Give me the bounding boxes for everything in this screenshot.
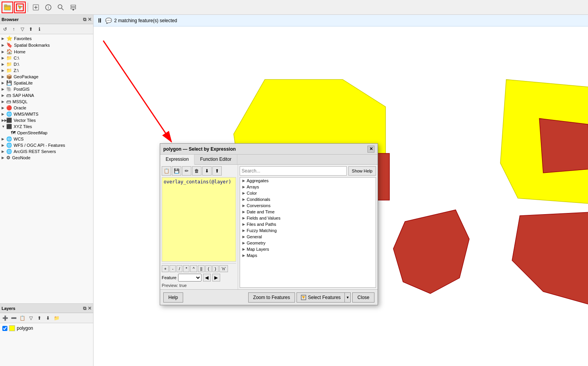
expr-export-btn[interactable]: ⬆ xyxy=(212,166,222,176)
select-features-button[interactable]: Select Features xyxy=(297,292,344,303)
tree-spatialite[interactable]: ▶💾SpatiaLite xyxy=(0,80,93,86)
tree-wfs[interactable]: ▶🌐WFS / OGC API - Features xyxy=(0,142,93,148)
browser-filter-btn[interactable]: ▽ xyxy=(18,25,26,33)
op-minus[interactable]: - xyxy=(170,265,176,272)
tree-oracle[interactable]: ▶🔴Oracle xyxy=(0,105,93,111)
browser-float-btn[interactable]: ⧉ xyxy=(83,17,87,22)
tools-button[interactable] xyxy=(67,2,79,13)
expr-save-btn[interactable]: 💾 xyxy=(172,166,181,176)
tree-sap-hana[interactable]: ▶🗃SAP HANA xyxy=(0,92,93,99)
layers-close-btn[interactable]: ✕ xyxy=(88,306,92,311)
op-open-paren[interactable]: ( xyxy=(205,265,212,272)
func-group-map-layers[interactable]: ▶ Map Layers xyxy=(240,246,376,252)
func-group-conditionals[interactable]: ▶ Conditionals xyxy=(240,196,376,202)
layers-tree: polygon xyxy=(0,323,93,366)
op-caret[interactable]: ^ xyxy=(190,265,197,272)
func-group-fuzzy[interactable]: ▶ Fuzzy Matching xyxy=(240,227,376,234)
identify-button[interactable]: i xyxy=(42,2,54,13)
func-group-general[interactable]: ▶ General xyxy=(240,234,376,240)
feature-prev-btn[interactable]: ◀ xyxy=(203,274,211,282)
expr-edit-btn[interactable]: ✏ xyxy=(182,166,191,176)
tree-arcgis-rest[interactable]: ▶🌐ArcGIS REST Servers xyxy=(0,148,93,155)
func-group-fields[interactable]: ▶ Fields and Values xyxy=(240,215,376,221)
dialog-footer: Help Zoom to Features Select Features ▼ … xyxy=(160,289,378,305)
func-group-aggregates[interactable]: ▶ Aggregates xyxy=(240,178,376,184)
map-area[interactable]: polygon — Select by Expression ✕ Express… xyxy=(94,26,588,366)
open-project-button[interactable] xyxy=(2,2,13,13)
tree-geonode[interactable]: ▶⚙GeoNode xyxy=(0,155,93,161)
op-plus[interactable]: + xyxy=(162,265,169,272)
func-group-datetime-label: Date and Time xyxy=(247,209,275,214)
expression-editor[interactable]: overlay_contains(@layer) xyxy=(162,177,236,262)
func-group-arrays[interactable]: ▶ Arrays xyxy=(240,184,376,190)
zoom-features-button[interactable]: Zoom to Features xyxy=(248,292,295,303)
select-features-dropdown-btn[interactable]: ▼ xyxy=(344,292,351,303)
tree-mssql[interactable]: ▶🗃MSSQL xyxy=(0,99,93,105)
tree-favorites[interactable]: ▶⭐Favorites xyxy=(0,35,93,42)
func-group-maps[interactable]: ▶ Maps xyxy=(240,252,376,259)
feature-next-btn[interactable]: ▶ xyxy=(212,274,220,282)
func-group-aggregates-label: Aggregates xyxy=(247,178,268,183)
browser-collapse-btn[interactable]: ↑ xyxy=(10,25,18,33)
zoom-button[interactable] xyxy=(55,2,67,13)
tree-d-drive[interactable]: ▶📁D:\ xyxy=(0,61,93,67)
close-button[interactable]: Close xyxy=(352,292,374,303)
browser-controls: ⧉ ✕ xyxy=(83,17,92,22)
red-polygon-3[interactable] xyxy=(393,210,469,294)
layers-float-btn[interactable]: ⧉ xyxy=(83,306,87,311)
op-newline[interactable]: 'n' xyxy=(219,265,228,272)
layers-remove-btn[interactable]: ➖ xyxy=(10,314,18,322)
layers-add-btn[interactable]: ➕ xyxy=(1,314,9,322)
red-polygon-4[interactable] xyxy=(512,212,588,305)
layers-up-btn[interactable]: ⬆ xyxy=(35,314,43,322)
expr-delete-btn[interactable]: 🗑 xyxy=(192,166,201,176)
select-feature-button[interactable] xyxy=(14,2,26,13)
expr-copy-btn[interactable]: 📋 xyxy=(162,166,171,176)
tree-geopackage[interactable]: ▶📦GeoPackage xyxy=(0,74,93,80)
tree-postgis[interactable]: ▶🐘PostGIS xyxy=(0,86,93,92)
browser-info-btn[interactable]: ℹ xyxy=(35,25,43,33)
separator1 xyxy=(28,3,28,12)
op-concat[interactable]: || xyxy=(198,265,205,272)
func-group-geometry[interactable]: ▶ Geometry xyxy=(240,240,376,246)
layers-filter-btn[interactable]: ▽ xyxy=(27,314,35,322)
tree-wms-wmts[interactable]: ▶🌐WMS/WMTS xyxy=(0,111,93,117)
tree-spatial-bookmarks[interactable]: ▶🔖Spatial Bookmarks xyxy=(0,42,93,48)
func-group-fields-label: Fields and Values xyxy=(247,216,281,220)
tree-z-drive[interactable]: ▶📁Z:\ xyxy=(0,67,93,74)
op-close-paren[interactable]: ) xyxy=(212,265,219,272)
browser-add-btn[interactable]: ⬆ xyxy=(27,25,35,33)
layers-group-btn[interactable]: 📁 xyxy=(53,314,60,322)
layer-polygon[interactable]: polygon xyxy=(0,324,93,333)
tree-home[interactable]: ▶🏠Home xyxy=(0,48,93,55)
tree-vector-tiles[interactable]: ▶▶⬛Vector Tiles xyxy=(0,117,93,123)
pan-button[interactable] xyxy=(30,2,42,13)
select-by-expression-dialog: polygon — Select by Expression ✕ Express… xyxy=(160,143,378,305)
func-group-datetime[interactable]: ▶ Date and Time xyxy=(240,209,376,215)
tree-xyz-tiles[interactable]: ▼⬛XYZ Tiles xyxy=(0,123,93,130)
tab-expression[interactable]: Expression xyxy=(160,155,194,165)
svg-point-8 xyxy=(72,9,74,11)
tree-c-drive[interactable]: ▶📁C:\ xyxy=(0,55,93,61)
func-group-files-paths[interactable]: ▶ Files and Paths xyxy=(240,221,376,227)
browser-refresh-btn[interactable]: ↺ xyxy=(1,25,9,33)
feature-select[interactable] xyxy=(178,274,201,282)
func-group-conversions[interactable]: ▶ Conversions xyxy=(240,202,376,209)
help-button[interactable]: Help xyxy=(163,292,183,303)
expr-import-btn[interactable]: ⬇ xyxy=(202,166,212,176)
layers-open-attr-btn[interactable]: 📋 xyxy=(18,314,26,322)
func-group-geometry-arrow: ▶ xyxy=(242,241,245,245)
browser-close-btn[interactable]: ✕ xyxy=(88,17,92,22)
function-search-input[interactable] xyxy=(240,166,347,176)
func-group-color[interactable]: ▶ Color xyxy=(240,190,376,196)
layers-down-btn[interactable]: ⬇ xyxy=(44,314,52,322)
show-help-button[interactable]: Show Help xyxy=(348,166,376,176)
tree-openstreetmap[interactable]: 🗺OpenStreetMap xyxy=(0,130,93,136)
op-divide[interactable]: / xyxy=(177,265,182,272)
dialog-close-button[interactable]: ✕ xyxy=(367,146,374,153)
red-polygon-2[interactable] xyxy=(539,118,588,173)
tab-function-editor[interactable]: Function Editor xyxy=(194,155,237,164)
op-multiply[interactable]: * xyxy=(183,265,189,272)
tree-wcs[interactable]: ▶🌐WCS xyxy=(0,136,93,142)
layer-polygon-checkbox[interactable] xyxy=(2,326,7,331)
